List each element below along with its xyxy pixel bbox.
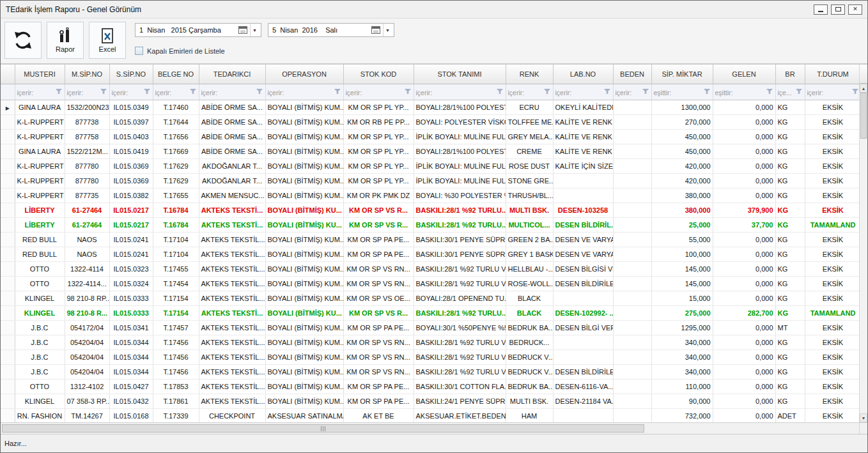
filter-icon[interactable] [56,89,63,95]
table-row[interactable]: ▶GINA LAURA1532/200N23IL015.0349T.17460A… [1,100,859,114]
table-row[interactable]: OTTO1322-4114IL015.0323T.17455AKTEKS TEK… [1,261,859,276]
filter-icon[interactable] [256,89,263,95]
horizontal-scrollbar[interactable] [1,422,867,434]
column-header-beden[interactable]: BEDEN [613,65,651,84]
table-row[interactable]: RED BULLNAOSIL015.0241T.17104AKTEKS TEKS… [1,232,859,247]
table-row[interactable]: KLINGEL07 358-3 RP...IL015.0432T.17861AK… [1,394,859,408]
column-header-renk[interactable]: RENK [506,65,553,84]
table-row[interactable]: J.B.C054204/04IL015.0344T.17456AKTEKS TE… [1,335,859,349]
calendar-icon[interactable] [238,26,247,34]
column-header-labno[interactable]: LAB.NO [553,65,613,84]
column-header-stokkod[interactable]: STOK KOD [343,65,414,84]
table-row[interactable]: RED BULLNAOSIL015.0241T.17104AKTEKS TEKS… [1,247,859,261]
column-header-msipno[interactable]: M.SİP.NO [65,65,109,84]
filter-cell-br[interactable]: içe... [775,84,805,100]
filter-icon[interactable] [497,89,504,95]
table-row[interactable]: J.B.C054204/04IL015.0344T.17456AKTEKS TE… [1,349,859,364]
cell-msipno: 877780 [65,158,109,173]
table-row[interactable]: J.B.C054204/04IL015.0344T.17456AKTEKS TE… [1,364,859,379]
column-header-tedarikci[interactable]: TEDARIKCI [199,65,265,84]
hscroll-track[interactable] [1,423,859,434]
table-row[interactable]: GINA LAURA1522/212M...IL015.0419T.17669A… [1,144,859,158]
vscroll-thumb[interactable] [860,93,867,139]
table-row[interactable]: KLINGEL98 210-8 RP...IL015.0333T.17154AK… [1,291,859,305]
column-header-operasyon[interactable]: OPERASYON [265,65,343,84]
column-header-belgeno[interactable]: BELGE NO [153,65,199,84]
filter-icon[interactable] [544,89,551,95]
column-header-ssipno[interactable]: S.SİP.NO [109,65,153,84]
column-header-gelen[interactable]: GELEN [713,65,775,84]
filter-icon[interactable] [766,89,773,95]
filter-cell-ssipno[interactable]: içerir: [109,84,153,100]
maximize-button[interactable] [831,4,845,15]
filter-cell-stokkod[interactable]: içerir: [343,84,414,100]
vscroll-track[interactable] [860,93,867,413]
close-button[interactable]: ✕ [848,4,862,15]
filter-icon[interactable] [852,89,859,95]
date-to-picker[interactable]: 5 Nisan 2016 Salı ▼ [268,23,394,37]
rapor-button[interactable]: Rapor [47,22,84,59]
cell-tdurum: EKSİK [805,291,859,305]
filter-cell-operasyon[interactable]: içerir: [265,84,343,100]
hscroll-thumb[interactable] [2,424,644,433]
filter-icon[interactable] [704,89,711,95]
filter-icon[interactable] [405,89,412,95]
vertical-scrollbar[interactable]: ▲ ▼ [859,65,867,422]
minimize-button[interactable] [814,4,828,15]
table-row[interactable]: RN. FASHIONTM.14267IL015.0168T.17339CHEC… [1,408,859,422]
filter-cell-belgeno[interactable]: içerir: [153,84,199,100]
table-row[interactable]: LİBERTY61-27464IL015.0217T.16784AKTEKS T… [1,217,859,232]
filter-cell-renk[interactable]: içerir: [506,84,553,100]
table-row[interactable]: OTTO1312-4102IL015.0427T.17853AKTEKS TEK… [1,379,859,394]
cell-labno [553,349,613,364]
filter-cell-gelen[interactable]: eşittir: [713,84,775,100]
filter-icon[interactable] [642,89,649,95]
filter-icon[interactable] [604,89,611,95]
filter-cell-tdurum[interactable]: içerir: [805,84,859,100]
cell-ssipno: IL015.0432 [109,394,153,408]
scroll-up-icon[interactable]: ▲ [860,84,867,93]
calendar-icon[interactable] [371,26,380,34]
filter-icon[interactable] [100,89,107,95]
filter-cell-labno[interactable]: içerir: [553,84,613,100]
cell-stokkod: AK ET BE [343,408,414,422]
filter-cell-tedarikci[interactable]: içerir: [199,84,265,100]
filter-cell-sipmiktar[interactable]: eşittir: [651,84,713,100]
table-row[interactable]: K-L-RUPPERT877780IL015.0369T.17629AKDOĞA… [1,173,859,188]
filter-cell-stoktanimi[interactable]: içerir: [414,84,506,100]
column-header-br[interactable]: BR [775,65,805,84]
chevron-down-icon[interactable]: ▼ [250,24,259,36]
chevron-down-icon[interactable]: ▼ [383,24,392,36]
closed-orders-checkbox[interactable]: Kapalı Emirleri de Listele [135,47,394,55]
cell-belgeno: T.17629 [153,173,199,188]
scroll-down-icon[interactable]: ▼ [860,413,867,422]
cell-msipno: 61-27464 [65,203,109,217]
filter-icon[interactable] [796,89,803,95]
table-row[interactable]: LİBERTY61-27464IL015.0217T.16784AKTEKS T… [1,203,859,217]
table-row[interactable]: K-L-RUPPERT877758IL015.0403T.17656ABİDE … [1,129,859,144]
table-row[interactable]: K-L-RUPPERT877735IL015.0382T.17655AKMEN … [1,188,859,203]
table-row[interactable]: K-L-RUPPERT877738IL015.0397T.17644ABİDE … [1,114,859,129]
checkbox-box[interactable] [135,47,143,55]
column-header-sipmiktar[interactable]: SİP. MİKTAR [651,65,713,84]
excel-button[interactable]: Excel [89,22,126,59]
date-from-picker[interactable]: 1 Nisan 2015 Çarşamba ▼ [135,23,261,37]
cell-ssipno: IL015.0397 [109,114,153,129]
table-row[interactable]: KLINGEL98 210-8 R...IL015.0333T.17154AKT… [1,305,859,320]
filter-icon[interactable] [190,89,197,95]
cell-belgeno: T.16784 [153,203,199,217]
cell-stoktanimi: İPLİK BOYALI: MULİNE FULL... [414,173,506,188]
filter-cell-musteri[interactable]: içerir: [15,84,65,100]
refresh-button[interactable] [4,22,42,59]
table-row[interactable]: OTTO1322-4114...IL015.0324T.17454AKTEKS … [1,276,859,291]
table-row[interactable]: J.B.C054172/04IL015.0341T.17457AKTEKS TE… [1,320,859,335]
column-header-musteri[interactable]: MUSTERI [15,65,65,84]
cell-tedarikci: ABİDE ÖRME SA... [199,114,265,129]
column-header-stoktanimi[interactable]: STOK TANIMI [414,65,506,84]
column-header-tdurum[interactable]: T.DURUM [805,65,859,84]
filter-icon[interactable] [334,89,341,95]
table-row[interactable]: K-L-RUPPERT877780IL015.0369T.17629AKDOĞA… [1,158,859,173]
filter-cell-beden[interactable]: içerir: [613,84,651,100]
filter-cell-msipno[interactable]: içerir: [65,84,109,100]
filter-icon[interactable] [144,89,151,95]
